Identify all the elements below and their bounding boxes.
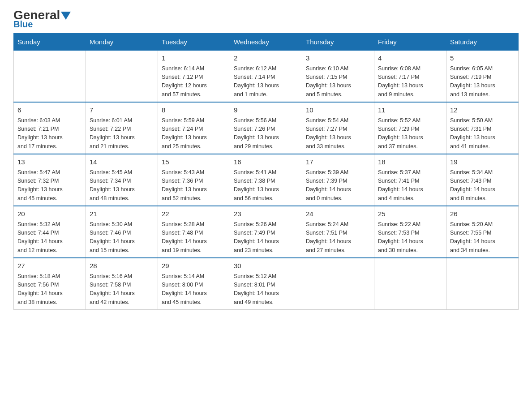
calendar-cell: 21Sunrise: 5:30 AM Sunset: 7:46 PM Dayli… <box>86 206 158 258</box>
calendar-cell: 16Sunrise: 5:41 AM Sunset: 7:38 PM Dayli… <box>230 154 302 206</box>
weekday-header-row: SundayMondayTuesdayWednesdayThursdayFrid… <box>14 34 519 51</box>
weekday-header-monday: Monday <box>86 34 158 51</box>
day-info: Sunrise: 6:12 AM Sunset: 7:14 PM Dayligh… <box>234 64 298 99</box>
calendar-cell: 13Sunrise: 5:47 AM Sunset: 7:32 PM Dayli… <box>14 154 86 206</box>
day-number: 2 <box>234 53 298 64</box>
calendar-cell: 18Sunrise: 5:37 AM Sunset: 7:41 PM Dayli… <box>374 154 446 206</box>
day-info: Sunrise: 5:12 AM Sunset: 8:01 PM Dayligh… <box>234 272 298 307</box>
svg-marker-0 <box>61 12 71 20</box>
day-number: 26 <box>450 209 515 219</box>
day-info: Sunrise: 5:47 AM Sunset: 7:32 PM Dayligh… <box>17 168 82 203</box>
calendar-cell: 14Sunrise: 5:45 AM Sunset: 7:34 PM Dayli… <box>86 154 158 206</box>
calendar-cell <box>14 51 86 103</box>
calendar-cell: 3Sunrise: 6:10 AM Sunset: 7:15 PM Daylig… <box>302 51 374 103</box>
weekday-header-friday: Friday <box>374 34 446 51</box>
day-number: 9 <box>234 105 298 116</box>
day-info: Sunrise: 6:03 AM Sunset: 7:21 PM Dayligh… <box>17 116 82 151</box>
day-info: Sunrise: 5:34 AM Sunset: 7:43 PM Dayligh… <box>450 168 515 203</box>
day-info: Sunrise: 5:32 AM Sunset: 7:44 PM Dayligh… <box>17 220 82 255</box>
calendar-cell: 20Sunrise: 5:32 AM Sunset: 7:44 PM Dayli… <box>14 206 86 258</box>
calendar-cell <box>86 51 158 103</box>
day-info: Sunrise: 6:10 AM Sunset: 7:15 PM Dayligh… <box>306 64 370 99</box>
calendar-cell <box>374 258 446 310</box>
calendar-cell: 1Sunrise: 6:14 AM Sunset: 7:12 PM Daylig… <box>158 51 230 103</box>
calendar-cell <box>446 258 519 310</box>
calendar-cell: 12Sunrise: 5:50 AM Sunset: 7:31 PM Dayli… <box>446 102 519 154</box>
day-info: Sunrise: 5:28 AM Sunset: 7:48 PM Dayligh… <box>162 220 226 255</box>
calendar-week-row: 13Sunrise: 5:47 AM Sunset: 7:32 PM Dayli… <box>14 154 519 206</box>
day-number: 18 <box>378 157 442 167</box>
calendar-cell: 11Sunrise: 5:52 AM Sunset: 7:29 PM Dayli… <box>374 102 446 154</box>
day-number: 27 <box>17 261 82 271</box>
day-info: Sunrise: 5:22 AM Sunset: 7:53 PM Dayligh… <box>378 220 442 255</box>
day-number: 4 <box>378 53 442 64</box>
day-number: 24 <box>306 209 370 219</box>
calendar-cell: 15Sunrise: 5:43 AM Sunset: 7:36 PM Dayli… <box>158 154 230 206</box>
day-info: Sunrise: 6:01 AM Sunset: 7:22 PM Dayligh… <box>90 116 154 151</box>
logo: General Blue <box>13 9 71 29</box>
calendar-cell: 8Sunrise: 5:59 AM Sunset: 7:24 PM Daylig… <box>158 102 230 154</box>
weekday-header-wednesday: Wednesday <box>230 34 302 51</box>
logo-blue: Blue <box>13 20 33 29</box>
day-info: Sunrise: 5:52 AM Sunset: 7:29 PM Dayligh… <box>378 116 442 151</box>
calendar-cell: 30Sunrise: 5:12 AM Sunset: 8:01 PM Dayli… <box>230 258 302 310</box>
calendar-cell: 10Sunrise: 5:54 AM Sunset: 7:27 PM Dayli… <box>302 102 374 154</box>
logo-triangle-icon <box>61 12 71 20</box>
weekday-header-saturday: Saturday <box>446 34 519 51</box>
day-number: 1 <box>162 53 226 64</box>
day-number: 12 <box>450 105 515 116</box>
calendar-cell: 17Sunrise: 5:39 AM Sunset: 7:39 PM Dayli… <box>302 154 374 206</box>
calendar-cell: 7Sunrise: 6:01 AM Sunset: 7:22 PM Daylig… <box>86 102 158 154</box>
day-number: 29 <box>162 261 226 271</box>
day-number: 8 <box>162 105 226 116</box>
day-number: 25 <box>378 209 442 219</box>
weekday-header-sunday: Sunday <box>14 34 86 51</box>
day-number: 10 <box>306 105 370 116</box>
calendar-week-row: 1Sunrise: 6:14 AM Sunset: 7:12 PM Daylig… <box>14 51 519 103</box>
day-info: Sunrise: 5:39 AM Sunset: 7:39 PM Dayligh… <box>306 168 370 203</box>
weekday-header-tuesday: Tuesday <box>158 34 230 51</box>
day-number: 7 <box>90 105 154 116</box>
day-number: 22 <box>162 209 226 219</box>
day-info: Sunrise: 5:50 AM Sunset: 7:31 PM Dayligh… <box>450 116 515 151</box>
calendar-cell: 28Sunrise: 5:16 AM Sunset: 7:58 PM Dayli… <box>86 258 158 310</box>
page-header: General Blue <box>13 9 519 29</box>
calendar-cell: 19Sunrise: 5:34 AM Sunset: 7:43 PM Dayli… <box>446 154 519 206</box>
day-number: 13 <box>17 157 82 167</box>
day-number: 19 <box>450 157 515 167</box>
day-number: 14 <box>90 157 154 167</box>
calendar-week-row: 20Sunrise: 5:32 AM Sunset: 7:44 PM Dayli… <box>14 206 519 258</box>
day-number: 21 <box>90 209 154 219</box>
day-number: 28 <box>90 261 154 271</box>
calendar-cell: 5Sunrise: 6:05 AM Sunset: 7:19 PM Daylig… <box>446 51 519 103</box>
day-info: Sunrise: 5:26 AM Sunset: 7:49 PM Dayligh… <box>234 220 298 255</box>
day-info: Sunrise: 5:45 AM Sunset: 7:34 PM Dayligh… <box>90 168 154 203</box>
day-number: 6 <box>17 105 82 116</box>
day-info: Sunrise: 5:14 AM Sunset: 8:00 PM Dayligh… <box>162 272 226 307</box>
calendar-cell: 25Sunrise: 5:22 AM Sunset: 7:53 PM Dayli… <box>374 206 446 258</box>
day-number: 5 <box>450 53 515 64</box>
day-info: Sunrise: 5:43 AM Sunset: 7:36 PM Dayligh… <box>162 168 226 203</box>
day-info: Sunrise: 5:16 AM Sunset: 7:58 PM Dayligh… <box>90 272 154 307</box>
weekday-header-thursday: Thursday <box>302 34 374 51</box>
calendar-cell: 29Sunrise: 5:14 AM Sunset: 8:00 PM Dayli… <box>158 258 230 310</box>
calendar-cell: 24Sunrise: 5:24 AM Sunset: 7:51 PM Dayli… <box>302 206 374 258</box>
day-number: 16 <box>234 157 298 167</box>
day-number: 3 <box>306 53 370 64</box>
calendar-cell: 4Sunrise: 6:08 AM Sunset: 7:17 PM Daylig… <box>374 51 446 103</box>
calendar-cell: 26Sunrise: 5:20 AM Sunset: 7:55 PM Dayli… <box>446 206 519 258</box>
day-number: 20 <box>17 209 82 219</box>
day-info: Sunrise: 5:37 AM Sunset: 7:41 PM Dayligh… <box>378 168 442 203</box>
day-number: 11 <box>378 105 442 116</box>
calendar-table: SundayMondayTuesdayWednesdayThursdayFrid… <box>13 33 519 310</box>
day-info: Sunrise: 5:56 AM Sunset: 7:26 PM Dayligh… <box>234 116 298 151</box>
day-info: Sunrise: 5:30 AM Sunset: 7:46 PM Dayligh… <box>90 220 154 255</box>
calendar-week-row: 6Sunrise: 6:03 AM Sunset: 7:21 PM Daylig… <box>14 102 519 154</box>
day-number: 30 <box>234 261 298 271</box>
calendar-week-row: 27Sunrise: 5:18 AM Sunset: 7:56 PM Dayli… <box>14 258 519 310</box>
day-info: Sunrise: 5:54 AM Sunset: 7:27 PM Dayligh… <box>306 116 370 151</box>
day-number: 15 <box>162 157 226 167</box>
day-info: Sunrise: 6:14 AM Sunset: 7:12 PM Dayligh… <box>162 64 226 99</box>
calendar-cell: 23Sunrise: 5:26 AM Sunset: 7:49 PM Dayli… <box>230 206 302 258</box>
day-info: Sunrise: 5:18 AM Sunset: 7:56 PM Dayligh… <box>17 272 82 307</box>
